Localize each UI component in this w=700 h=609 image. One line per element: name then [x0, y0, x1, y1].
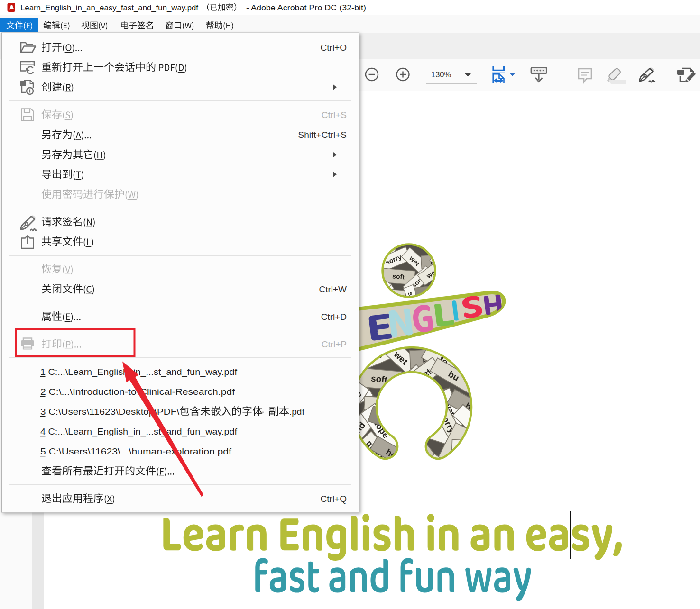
svg-text:Learn_English_in_an_easy_fast_: Learn_English_in_an_easy_fast_and_fun_wa…	[20, 3, 198, 12]
svg-text:.pdf: .pdf	[289, 407, 304, 417]
svg-text:Ctrl+P: Ctrl+P	[322, 339, 347, 349]
svg-text:-: -	[261, 407, 264, 417]
svg-text:Ctrl+O: Ctrl+O	[321, 43, 347, 53]
svg-text:3 C:\Users\11623\Desktop\PDF\: 3 C:\Users\11623\Desktop\PDF\	[40, 407, 180, 417]
svg-text:4 C:...\Learn_English_in_...st: 4 C:...\Learn_English_in_...st_and_fun_w…	[40, 427, 238, 437]
svg-text:Ctrl+S: Ctrl+S	[322, 110, 347, 120]
svg-text:Ctrl+W: Ctrl+W	[319, 284, 347, 294]
svg-text:- Adobe Acrobat Pro DC (32-bit: - Adobe Acrobat Pro DC (32-bit)	[246, 3, 366, 12]
svg-text:Shift+Ctrl+S: Shift+Ctrl+S	[298, 130, 347, 140]
svg-text:130%: 130%	[431, 70, 451, 79]
svg-text:Ctrl+Q: Ctrl+Q	[321, 494, 347, 504]
svg-text:5 C:\Users\11623\...\human-exp: 5 C:\Users\11623\...\human-exploration.p…	[40, 446, 232, 456]
svg-text:Ctrl+D: Ctrl+D	[321, 312, 347, 322]
svg-text:1 C:...\Learn_English_in_...st: 1 C:...\Learn_English_in_...st_and_fun_w…	[40, 367, 238, 377]
